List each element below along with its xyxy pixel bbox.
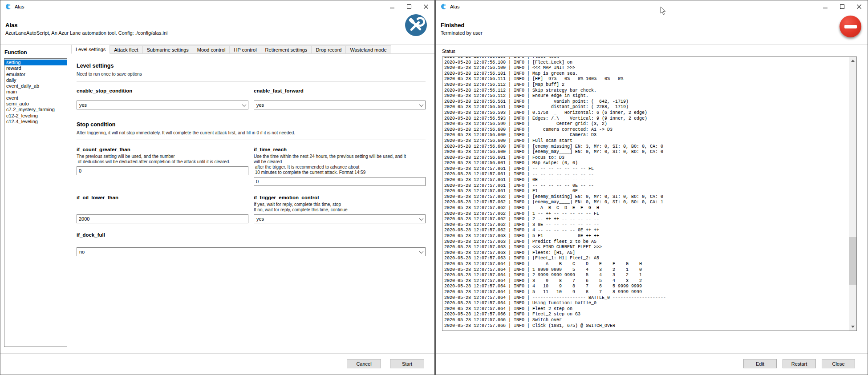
log-line: 2020-05-28 12:07:57.062 | INFO | 2 -- ++… bbox=[444, 217, 848, 222]
sidebar-item-main[interactable]: main bbox=[4, 89, 67, 95]
tab-retirement-settings[interactable]: Retirement settings bbox=[261, 45, 312, 53]
log-line: 2020-05-28 12:07:56.600 | INFO | Camera:… bbox=[444, 133, 848, 138]
if-trigger-emotion-control-select[interactable]: yes bbox=[254, 214, 426, 223]
tab-attack-fleet[interactable]: Attack fleet bbox=[110, 45, 142, 53]
function-sidebar: Function settingrewardemulatordailyevent… bbox=[0, 45, 71, 353]
sidebar-item-c12-4_leveling[interactable]: c12-4_leveling bbox=[4, 119, 67, 125]
chevron-down-icon bbox=[419, 216, 424, 221]
sidebar-item-setting[interactable]: setting bbox=[4, 60, 67, 65]
right-header: Finished Terminated by user bbox=[436, 13, 868, 45]
scrollbar-thumb[interactable] bbox=[849, 237, 856, 285]
maximize-icon[interactable] bbox=[401, 0, 418, 13]
close-icon[interactable] bbox=[418, 0, 434, 13]
field-label: if_dock_full bbox=[77, 232, 426, 238]
log-line: 2020-05-28 12:07:56.112 | INFO | Ensure … bbox=[444, 93, 848, 99]
right-footer: Edit Restart Close bbox=[436, 353, 868, 375]
sidebar-item-event[interactable]: event bbox=[4, 95, 67, 101]
log-line: 2020-05-28 12:07:56.601 | INFO | Map swi… bbox=[444, 161, 848, 166]
close-button[interactable]: Close bbox=[822, 359, 855, 368]
right-window-title: Alas bbox=[450, 4, 459, 9]
log-line: 2020-05-28 12:07:57.066 | INFO | Fleet_2… bbox=[444, 312, 848, 318]
if-time-reach-input[interactable] bbox=[254, 177, 426, 186]
field-label: if_count_greater_than bbox=[77, 147, 248, 152]
settings-panel: Level settingsAttack fleetSubmarine sett… bbox=[71, 45, 434, 353]
if-dock-full-select[interactable]: no bbox=[77, 247, 426, 256]
maximize-icon[interactable] bbox=[834, 0, 851, 13]
sidebar-item-event_daily_ab[interactable]: event_daily_ab bbox=[4, 83, 67, 89]
right-titlebar: Alas bbox=[436, 0, 868, 13]
sidebar-item-emulator[interactable]: emulator bbox=[4, 72, 67, 77]
minimize-icon[interactable] bbox=[384, 0, 401, 13]
log-line: 2020-05-28 12:07:56.599 | INFO | Center … bbox=[444, 121, 848, 127]
log-line: 2020-05-28 12:07:57.061 | INFO | 0E -- -… bbox=[444, 177, 848, 183]
status-title: Finished bbox=[441, 22, 868, 28]
app-subtitle: AzurLaneAutoScript, An Azur Lane automat… bbox=[5, 30, 434, 36]
sidebar-item-c12-2_leveling[interactable]: c12-2_leveling bbox=[4, 113, 67, 119]
tab-level-settings[interactable]: Level settings bbox=[71, 44, 110, 54]
log-line: 2020-05-28 12:07:56.112 | INFO | Skip st… bbox=[444, 88, 848, 94]
sidebar-item-semi_auto[interactable]: semi_auto bbox=[4, 101, 67, 107]
section-heading-level-settings: Level settings bbox=[77, 63, 426, 69]
sidebar-item-c7-2_mystery_farming[interactable]: c7-2_mystery_farming bbox=[4, 107, 67, 113]
field-description: If yes, wait for reply, complete this ti… bbox=[254, 202, 426, 213]
select-value: yes bbox=[256, 102, 264, 108]
left-header: Alas AzurLaneAutoScript, An Azur Lane au… bbox=[0, 13, 434, 45]
close-icon[interactable] bbox=[851, 0, 868, 13]
log-line: 2020-05-28 12:07:57.063 | INFO | <<< FIN… bbox=[444, 245, 848, 250]
section-desc-level-settings: Need to run once to save options bbox=[77, 72, 426, 77]
select-value: yes bbox=[79, 102, 87, 108]
if-count-greater-than-input[interactable] bbox=[77, 166, 248, 175]
log-line: 2020-05-28 12:07:57.061 | INFO | -- -- -… bbox=[444, 166, 848, 172]
alas-status-window: Alas Finished Terminated by user Status … bbox=[435, 0, 868, 375]
tabstrip: Level settingsAttack fleetSubmarine sett… bbox=[71, 45, 434, 54]
sidebar-item-reward[interactable]: reward bbox=[4, 65, 67, 71]
left-main: Function settingrewardemulatordailyevent… bbox=[0, 45, 434, 353]
tab-drop-record[interactable]: Drop record bbox=[311, 45, 346, 53]
log-line: 2020-05-28 12:07:56.600 | INFO | [enemy_… bbox=[444, 149, 848, 155]
log-line: 2020-05-28 12:07:56.593 | INFO | Edges: … bbox=[444, 116, 848, 122]
field-if-time-reach: if_time_reach Use the time within the ne… bbox=[254, 140, 426, 186]
log-line: 2020-05-28 12:07:57.061 | INFO | F1 -- -… bbox=[444, 189, 848, 194]
log-line: 2020-05-28 12:07:57.062 | INFO | 1 -- ++… bbox=[444, 211, 848, 217]
log-scrollbar[interactable] bbox=[849, 57, 856, 331]
start-button[interactable]: Start bbox=[390, 359, 424, 368]
scrollbar-up-icon[interactable] bbox=[849, 57, 856, 65]
tab-wasteland-mode[interactable]: Wasteland mode bbox=[345, 45, 391, 53]
select-value: yes bbox=[256, 216, 264, 222]
left-footer: Cancel Start bbox=[0, 353, 434, 375]
alas-logo-icon bbox=[4, 3, 12, 10]
cancel-button[interactable]: Cancel bbox=[347, 359, 381, 368]
tab-submarine-settings[interactable]: Submarine settings bbox=[142, 45, 193, 53]
chevron-down-icon bbox=[242, 102, 247, 107]
sidebar-item-daily[interactable]: daily bbox=[4, 77, 67, 83]
field-label: if_oil_lower_than bbox=[77, 195, 248, 200]
right-window-controls bbox=[817, 0, 868, 13]
enable-fast-forward-select[interactable]: yes bbox=[254, 101, 426, 109]
tab-hp-control[interactable]: HP control bbox=[229, 45, 261, 53]
screen: Alas Alas AzurLaneAutoScript, An Azur La… bbox=[0, 0, 868, 375]
log-line: 2020-05-28 12:07:56.600 | INFO | [enemy_… bbox=[444, 144, 848, 150]
log-line: 2020-05-28 12:07:57.063 | INFO | Fleets:… bbox=[444, 250, 848, 256]
restart-button[interactable]: Restart bbox=[783, 359, 816, 368]
edit-button[interactable]: Edit bbox=[743, 359, 777, 368]
left-titlebar: Alas bbox=[0, 0, 434, 13]
log-box[interactable]: 2020-05-28 12:07:56.100 | INFO | fleet_l… bbox=[442, 56, 857, 331]
minimize-icon[interactable] bbox=[817, 0, 834, 13]
left-window-title: Alas bbox=[15, 4, 24, 9]
log-line: 2020-05-28 12:07:56.111 | INFO | [HP] 97… bbox=[444, 77, 848, 82]
tab-mood-control[interactable]: Mood control bbox=[193, 45, 230, 53]
tools-icon bbox=[405, 14, 427, 36]
log-line: 2020-05-28 12:07:57.064 | INFO | Using f… bbox=[444, 301, 848, 306]
enable-stop-condition-select[interactable]: yes bbox=[77, 101, 248, 109]
stop-bar bbox=[844, 25, 857, 28]
function-list[interactable]: settingrewardemulatordailyevent_daily_ab… bbox=[4, 58, 67, 347]
log-line: 2020-05-28 12:07:56.600 | INFO | Full sc… bbox=[444, 138, 848, 144]
chevron-down-icon bbox=[419, 249, 424, 254]
log-line: 2020-05-28 12:07:57.062 | INFO | [enemy_… bbox=[444, 200, 848, 206]
log-line: 2020-05-28 12:07:57.063 | INFO | Predict… bbox=[444, 239, 848, 245]
log-line: 2020-05-28 12:07:56.100 | INFO | <<< MAP… bbox=[444, 65, 848, 71]
scrollbar-down-icon[interactable] bbox=[849, 323, 856, 331]
field-label: enable_fast_forward bbox=[254, 88, 426, 93]
section-desc-stop-condition: After triggering, it will not stop immed… bbox=[77, 130, 426, 135]
if-oil-lower-than-input[interactable] bbox=[77, 214, 248, 223]
